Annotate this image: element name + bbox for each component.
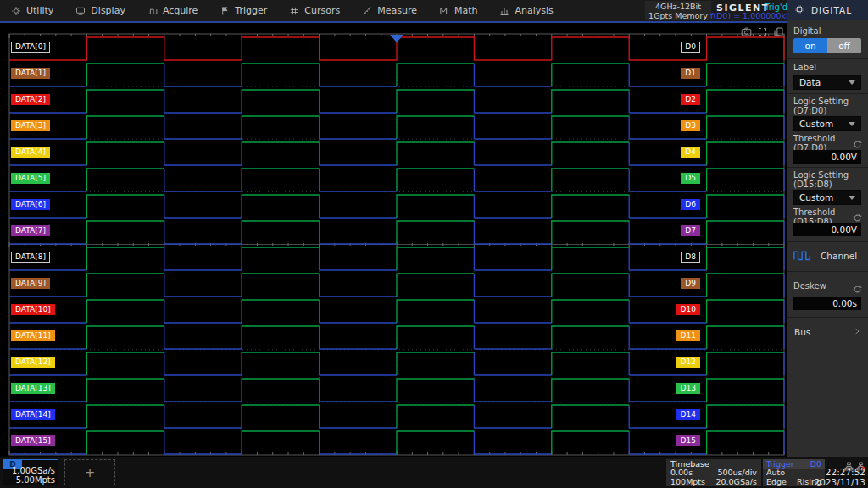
waveform-D15 — [9, 431, 784, 454]
channel-tag-D0[interactable]: D0 — [681, 42, 700, 53]
channel-label-D14[interactable]: DATA[14] — [11, 409, 55, 420]
memory-points: 5.00Mpts — [16, 475, 55, 485]
timebase-delay: 0.00s — [670, 469, 693, 478]
display-corner-toolbar — [741, 25, 784, 41]
channel-label-D4[interactable]: DATA[4] — [11, 147, 50, 158]
waveform-D13 — [9, 379, 784, 402]
system-info-line2: 1Gpts Memory — [645, 11, 711, 20]
channel-label-D0[interactable]: DATA[0] — [11, 42, 50, 53]
divider — [787, 167, 868, 168]
divider — [787, 317, 868, 318]
waveform-D3 — [9, 116, 784, 139]
channel-label-D12[interactable]: DATA[12] — [11, 357, 55, 368]
menu-item-math[interactable]: Math — [428, 0, 489, 21]
menu-item-utility[interactable]: Utility — [0, 0, 64, 21]
logic-setting-d15d8-dropdown[interactable]: Custom — [793, 190, 861, 205]
camera-icon[interactable] — [741, 25, 752, 41]
toggle-on-button[interactable]: on — [793, 38, 827, 53]
menu-item-acquire[interactable]: Acquire — [136, 0, 209, 21]
channel-tag-D15[interactable]: D15 — [676, 435, 700, 446]
channel-tag-D9[interactable]: D9 — [681, 278, 700, 289]
channel-tag-D3[interactable]: D3 — [681, 120, 700, 131]
menu-item-analysis[interactable]: Analysis — [488, 0, 564, 21]
trigger-position-marker — [390, 35, 403, 42]
display-icon — [75, 6, 86, 16]
waveform-D8 — [9, 247, 784, 270]
deskew-input[interactable]: 0.00s — [793, 297, 861, 310]
label-section-title: Label — [787, 63, 868, 72]
waveform-D10 — [9, 300, 784, 323]
channel-label-D9[interactable]: DATA[9] — [11, 278, 50, 289]
channel-label-D2[interactable]: DATA[2] — [11, 94, 50, 105]
menu-item-label: Cursors — [304, 5, 340, 16]
waveform-D2 — [9, 90, 784, 113]
cursors-icon — [289, 6, 299, 16]
menu-item-measure[interactable]: Measure — [351, 0, 428, 21]
digital-label: Digital — [787, 26, 868, 36]
bus-menu-item[interactable]: Bus — [787, 327, 868, 337]
threshold-d15d8-input[interactable]: 0.00V — [793, 223, 861, 236]
channel-label-D3[interactable]: DATA[3] — [11, 120, 50, 131]
channel-label-D8[interactable]: DATA[8] — [11, 252, 50, 263]
waveform-D1 — [9, 64, 784, 86]
system-info-line1: 4GHz-12Bit — [645, 2, 711, 11]
flip-page-icon[interactable] — [773, 25, 784, 41]
label-dropdown-value: Data — [799, 77, 821, 87]
trigger-mode: Auto — [766, 469, 785, 478]
menu-item-label: Measure — [377, 5, 417, 16]
channel-label-D10[interactable]: DATA[10] — [11, 304, 55, 315]
oscilloscope-screen: UtilityDisplayAcquireTriggerCursorsMeasu… — [0, 0, 868, 488]
clock-date: 2023/11/13 — [814, 478, 865, 488]
channel-label-D15[interactable]: DATA[15] — [11, 435, 55, 446]
channel-menu-item[interactable]: Channel — [787, 249, 868, 263]
channel-tag-D10[interactable]: D10 — [676, 304, 700, 315]
timebase-scale: 500us/div — [717, 469, 757, 478]
waveform-D7 — [9, 221, 784, 244]
channel-label-D5[interactable]: DATA[5] — [11, 173, 50, 184]
channel-label-D11[interactable]: DATA[11] — [11, 330, 55, 341]
waveform-D6 — [9, 195, 784, 218]
bus-label: Bus — [794, 327, 810, 337]
channel-tag-D4[interactable]: D4 — [681, 147, 700, 158]
channel-wave-icon — [793, 249, 814, 263]
panel-title: DIGITAL — [811, 5, 852, 15]
channel-tag-D5[interactable]: D5 — [681, 173, 700, 184]
waveform-D14 — [9, 405, 784, 428]
channel-tag-D2[interactable]: D2 — [681, 94, 700, 105]
digital-channel-descriptor[interactable]: D 1.00GSa/s 5.00Mpts — [3, 459, 58, 485]
channel-tag-D6[interactable]: D6 — [681, 199, 700, 210]
label-dropdown[interactable]: Data — [793, 75, 861, 90]
threshold-d7d0-input[interactable]: 0.00V — [793, 150, 861, 164]
add-icon: + — [85, 465, 96, 480]
toggle-off-button[interactable]: off — [827, 38, 861, 53]
menu-item-cursors[interactable]: Cursors — [278, 0, 351, 21]
refresh-icon[interactable] — [853, 281, 862, 297]
system-info: 4GHz-12Bit 1Gpts Memory — [645, 1, 711, 20]
timebase-descriptor[interactable]: Timebase 0.00s 500us/div 100Mpts 20.0GSa… — [666, 459, 761, 486]
menu-item-trigger[interactable]: Trigger — [209, 0, 278, 21]
channel-tag-D13[interactable]: D13 — [676, 383, 700, 394]
channel-label-D13[interactable]: DATA[13] — [11, 383, 55, 394]
chevron-down-icon — [849, 80, 855, 85]
divider — [787, 58, 868, 59]
waveform-D5 — [9, 169, 784, 191]
logic-setting-d15d8-title: Logic Setting (D15:D8) — [787, 170, 868, 189]
menu-item-label: Math — [454, 5, 478, 16]
channel-tag-D7[interactable]: D7 — [681, 225, 700, 236]
channel-tag-D12[interactable]: D12 — [676, 357, 700, 368]
channel-tag-D8[interactable]: D8 — [681, 252, 700, 263]
channel-label-D7[interactable]: DATA[7] — [11, 225, 50, 236]
clock-time: 22:27:52 — [814, 468, 865, 478]
channel-tag-D11[interactable]: D11 — [676, 330, 700, 341]
channel-label-D6[interactable]: DATA[6] — [11, 199, 50, 210]
logic-setting-d7d0-dropdown[interactable]: Custom — [793, 116, 861, 131]
channel-label-D1[interactable]: DATA[1] — [11, 68, 50, 79]
add-channel-button[interactable]: + — [64, 459, 115, 485]
chip-icon — [794, 4, 804, 16]
channel-tag-D14[interactable]: D14 — [676, 409, 700, 420]
channel-tag-D1[interactable]: D1 — [681, 68, 700, 79]
chevron-down-icon — [849, 122, 855, 126]
panel-header: DIGITAL — [787, 0, 868, 20]
menu-item-display[interactable]: Display — [64, 0, 136, 21]
fullscreen-icon[interactable] — [757, 25, 768, 41]
